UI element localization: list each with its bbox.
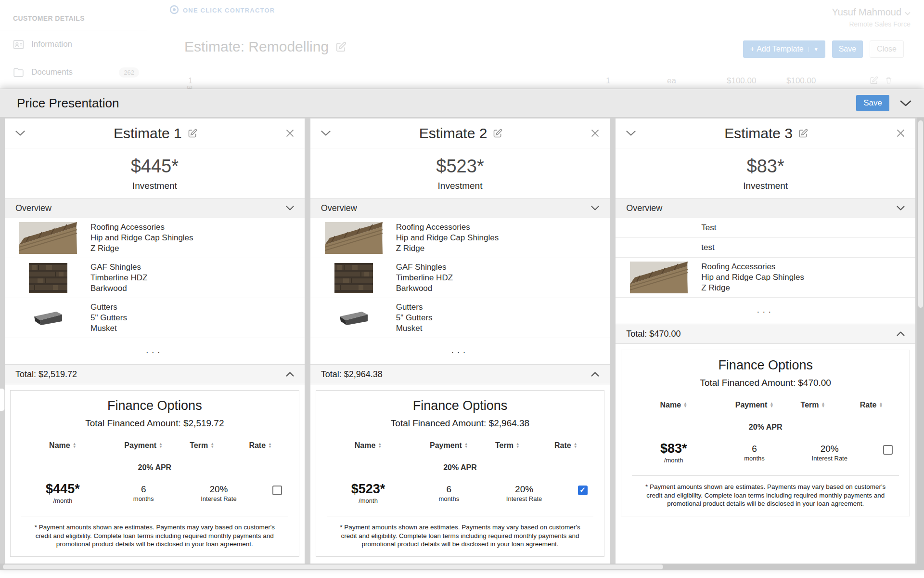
line-item-text: GAF Shingles Timberline HDZ Barkwood xyxy=(90,262,147,294)
line-item-text: Test xyxy=(701,223,716,233)
finance-plan-row: $445* /month 6 months 20% Interest Rate xyxy=(15,482,294,504)
sort-by-name[interactable]: Name▲▼ xyxy=(321,441,416,450)
estimate-card-1: Estimate 1 $445* Investment Overview xyxy=(5,118,305,564)
panel-header: Price Presentation Save xyxy=(0,89,924,118)
item-line: GAF Shingles xyxy=(396,262,453,273)
finance-heading: Finance Options xyxy=(321,398,600,413)
sort-icon: ▲▼ xyxy=(879,402,883,408)
sort-by-name[interactable]: Name▲▼ xyxy=(626,401,721,409)
product-image-gutters xyxy=(322,310,385,326)
product-image-gutters xyxy=(16,310,80,326)
sort-by-rate[interactable]: Rate▲▼ xyxy=(838,401,905,409)
remove-estimate-icon[interactable] xyxy=(286,129,294,137)
edit-estimate-title-icon[interactable] xyxy=(493,129,502,138)
estimate-title-wrap: Estimate 2 xyxy=(331,125,591,142)
finance-options-section: Finance Options Total Financed Amount: $… xyxy=(10,390,299,557)
line-item-text: test xyxy=(701,242,714,253)
estimate-title: Estimate 1 xyxy=(114,125,182,142)
select-finance-checkbox[interactable] xyxy=(272,486,282,495)
collapse-panel-chevron-icon[interactable] xyxy=(900,100,911,106)
overview-toggle[interactable]: Overview xyxy=(310,198,610,218)
vertical-scrollbar[interactable] xyxy=(917,118,924,564)
line-item-text: Roofing Accessories Hip and Ridge Cap Sh… xyxy=(396,222,499,254)
remove-estimate-icon[interactable] xyxy=(591,129,599,137)
line-item-text: GAF Shingles Timberline HDZ Barkwood xyxy=(396,262,453,294)
item-line: Roofing Accessories xyxy=(90,222,193,233)
line-item: Test xyxy=(616,218,915,238)
estimate-title-wrap: Estimate 3 xyxy=(636,125,897,142)
apr-group-label: 20% APR xyxy=(15,463,294,472)
collapse-estimate-chevron-icon[interactable] xyxy=(321,131,331,136)
sort-by-rate[interactable]: Rate▲▼ xyxy=(532,441,599,450)
total-toggle[interactable]: Total: $2,519.72 xyxy=(5,364,305,384)
item-line: Gutters xyxy=(396,302,433,313)
sort-by-payment[interactable]: Payment▲▼ xyxy=(110,441,177,450)
chevron-up-icon xyxy=(286,372,294,377)
line-item-text: Gutters 5" Gutters Musket xyxy=(396,302,433,334)
scrollbar-thumb[interactable] xyxy=(3,565,663,569)
chevron-up-icon xyxy=(897,331,905,336)
plan-payment: $523* /month xyxy=(321,482,416,504)
estimate-title: Estimate 3 xyxy=(724,125,793,142)
sort-icon: ▲▼ xyxy=(683,402,687,408)
item-line: test xyxy=(701,242,714,253)
total-financed-amount: Total Financed Amount: $2,519.72 xyxy=(15,418,294,429)
sort-icon: ▲▼ xyxy=(821,402,825,408)
overview-toggle[interactable]: Overview xyxy=(616,198,915,218)
sort-by-term[interactable]: Term▲▼ xyxy=(482,441,532,450)
finance-options-section: Finance Options Total Financed Amount: $… xyxy=(316,390,605,557)
line-item: Gutters 5" Gutters Musket xyxy=(5,298,305,338)
product-image-gaf-shingles xyxy=(322,263,385,293)
investment-label: Investment xyxy=(310,181,610,191)
plan-rate: 20% Interest Rate xyxy=(788,441,872,462)
estimate-card-3: Estimate 3 $83* Investment Overview xyxy=(616,118,915,564)
more-items-indicator: ... xyxy=(5,338,305,364)
scrollbar-thumb[interactable] xyxy=(918,120,923,308)
divider xyxy=(21,516,288,516)
estimate-card-header: Estimate 3 xyxy=(616,118,915,148)
sort-icon: ▲▼ xyxy=(464,443,468,448)
sort-by-term[interactable]: Term▲▼ xyxy=(788,401,838,409)
product-image-gaf-shingles xyxy=(16,263,80,293)
total-toggle[interactable]: Total: $470.00 xyxy=(616,324,915,344)
line-item: Roofing Accessories Hip and Ridge Cap Sh… xyxy=(616,258,915,298)
finance-options-section: Finance Options Total Financed Amount: $… xyxy=(621,350,910,516)
sort-by-payment[interactable]: Payment▲▼ xyxy=(721,401,788,409)
overview-label: Overview xyxy=(626,203,662,213)
item-line: GAF Shingles xyxy=(90,262,147,273)
sort-by-name[interactable]: Name▲▼ xyxy=(15,441,110,450)
overview-toggle[interactable]: Overview xyxy=(5,198,305,218)
sort-by-term[interactable]: Term▲▼ xyxy=(177,441,227,450)
plan-select-cell xyxy=(566,482,599,497)
price-presentation-panel: Price Presentation Save Estimate 1 xyxy=(0,89,924,570)
item-line: Barkwood xyxy=(90,283,147,294)
monthly-amount: $523* xyxy=(310,156,610,177)
item-line: Hip and Ridge Cap Shingles xyxy=(396,233,499,243)
line-item-text: Roofing Accessories Hip and Ridge Cap Sh… xyxy=(90,222,193,254)
sort-by-rate[interactable]: Rate▲▼ xyxy=(227,441,294,450)
remove-estimate-icon[interactable] xyxy=(897,129,905,137)
item-line: Roofing Accessories xyxy=(701,262,804,272)
total-toggle[interactable]: Total: $2,964.38 xyxy=(310,364,610,384)
select-finance-checkbox[interactable] xyxy=(883,445,893,455)
line-item: Roofing Accessories Hip and Ridge Cap Sh… xyxy=(310,218,610,258)
side-flyout-tab[interactable] xyxy=(0,388,5,411)
plan-rate: 20% Interest Rate xyxy=(177,482,261,502)
edit-estimate-title-icon[interactable] xyxy=(798,129,808,138)
item-line: Z Ridge xyxy=(396,243,499,254)
edit-estimate-title-icon[interactable] xyxy=(188,129,197,138)
collapse-estimate-chevron-icon[interactable] xyxy=(15,131,25,136)
estimates-container: Estimate 1 $445* Investment Overview xyxy=(0,118,924,570)
horizontal-scrollbar[interactable] xyxy=(0,564,917,570)
panel-save-button[interactable]: Save xyxy=(856,95,889,111)
select-finance-checkbox[interactable] xyxy=(578,486,588,495)
item-line: Timberline HDZ xyxy=(90,273,147,283)
plan-payment: $83* /month xyxy=(626,441,721,464)
collapse-estimate-chevron-icon[interactable] xyxy=(626,131,636,136)
sort-by-payment[interactable]: Payment▲▼ xyxy=(415,441,482,450)
sort-icon: ▲▼ xyxy=(770,402,773,408)
item-line: Test xyxy=(701,223,716,233)
product-image-roofing-accessories xyxy=(322,222,385,254)
estimate-title: Estimate 2 xyxy=(419,125,488,142)
plan-select-cell xyxy=(872,441,905,457)
